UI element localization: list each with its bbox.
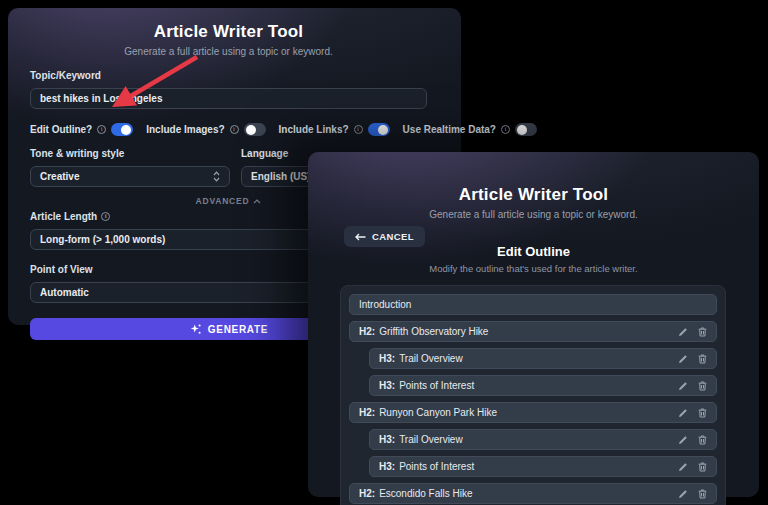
screenshot-stage: Article Writer Tool Generate a full arti…	[0, 0, 768, 505]
page-subtitle: Generate a full article using a topic or…	[308, 209, 759, 220]
topic-keyword-input[interactable]: best hikes in Los Angeles	[30, 88, 427, 109]
heading-level-badge: H3:	[379, 434, 395, 445]
outline-title-value: Introduction	[359, 299, 411, 310]
include-links-toggle[interactable]	[368, 123, 390, 136]
toggle-knob	[378, 125, 388, 135]
outline-list: Introduction H2: Griffith Observatory Hi…	[340, 285, 726, 505]
edit-outline-label: Edit Outline?	[30, 124, 92, 135]
heading-text: Points of Interest	[399, 461, 474, 472]
edit-outline-panel: Article Writer Tool Generate a full arti…	[308, 152, 759, 497]
heading-level-badge: H2:	[359, 407, 375, 418]
edit-outline-toggle[interactable]	[111, 123, 133, 136]
edit-pencil-icon[interactable]	[678, 462, 688, 472]
edit-pencil-icon[interactable]	[678, 435, 688, 445]
back-arrow-icon	[355, 233, 366, 241]
delete-trash-icon[interactable]	[698, 381, 707, 391]
info-icon[interactable]	[230, 125, 239, 134]
toggle-group-edit-outline: Edit Outline?	[30, 123, 133, 136]
topic-keyword-label: Topic/Keyword	[30, 70, 427, 81]
heading-level-badge: H3:	[379, 353, 395, 364]
heading-level-badge: H2:	[359, 326, 375, 337]
info-icon[interactable]	[97, 125, 106, 134]
page-subtitle: Generate a full article using a topic or…	[30, 46, 427, 57]
edit-pencil-icon[interactable]	[678, 408, 688, 418]
cancel-button-label: CANCEL	[372, 231, 414, 242]
generate-button-label: GENERATE	[208, 324, 268, 335]
include-links-label: Include Links?	[279, 124, 349, 135]
edit-outline-description: Modify the outline that's used for the a…	[308, 263, 759, 274]
page-title: Article Writer Tool	[308, 185, 759, 205]
edit-pencil-icon[interactable]	[678, 489, 688, 499]
outline-item-h2[interactable]: H2: Griffith Observatory Hike	[349, 321, 717, 342]
select-chevrons-icon	[213, 171, 220, 182]
article-length-value: Long-form (> 1,000 words)	[40, 234, 165, 245]
delete-trash-icon[interactable]	[698, 489, 707, 499]
delete-trash-icon[interactable]	[698, 435, 707, 445]
info-icon[interactable]	[354, 125, 363, 134]
delete-trash-icon[interactable]	[698, 354, 707, 364]
outline-item-h2[interactable]: H2: Runyon Canyon Park Hike	[349, 402, 717, 423]
heading-level-badge: H2:	[359, 488, 375, 499]
toggle-group-include-links: Include Links?	[279, 123, 390, 136]
delete-trash-icon[interactable]	[698, 408, 707, 418]
outline-title-input[interactable]: Introduction	[349, 294, 717, 315]
include-images-label: Include Images?	[146, 124, 224, 135]
info-icon[interactable]	[501, 125, 510, 134]
heading-text: Points of Interest	[399, 380, 474, 391]
advanced-label: ADVANCED	[196, 196, 250, 206]
heading-level-badge: H3:	[379, 461, 395, 472]
sparkles-icon	[189, 323, 202, 336]
page-title: Article Writer Tool	[30, 22, 427, 42]
heading-text: Trail Overview	[399, 353, 463, 364]
heading-text: Escondido Falls Hike	[379, 488, 472, 499]
heading-text: Griffith Observatory Hike	[379, 326, 488, 337]
heading-text: Trail Overview	[399, 434, 463, 445]
options-toggle-row: Edit Outline? Include Images? Include Li…	[30, 123, 427, 136]
cancel-button[interactable]: CANCEL	[344, 226, 425, 247]
tone-value: Creative	[40, 171, 79, 182]
outline-item-h3[interactable]: H3: Trail Overview	[369, 429, 717, 450]
use-realtime-data-label: Use Realtime Data?	[403, 124, 496, 135]
language-value: English (US)	[251, 171, 310, 182]
toggle-group-include-images: Include Images?	[146, 123, 265, 136]
point-of-view-value: Automatic	[40, 287, 89, 298]
edit-pencil-icon[interactable]	[678, 327, 688, 337]
chevron-up-icon	[253, 199, 261, 204]
outline-item-h3[interactable]: H3: Trail Overview	[369, 348, 717, 369]
outline-item-h3[interactable]: H3: Points of Interest	[369, 456, 717, 477]
heading-level-badge: H3:	[379, 380, 395, 391]
toggle-knob	[246, 125, 256, 135]
toggle-group-realtime-data: Use Realtime Data?	[403, 123, 537, 136]
delete-trash-icon[interactable]	[698, 462, 707, 472]
edit-pencil-icon[interactable]	[678, 381, 688, 391]
outline-item-h2[interactable]: H2: Escondido Falls Hike	[349, 483, 717, 504]
info-icon[interactable]	[101, 212, 110, 221]
tone-label: Tone & writing style	[30, 148, 230, 159]
use-realtime-data-toggle[interactable]	[515, 123, 537, 136]
delete-trash-icon[interactable]	[698, 327, 707, 337]
topic-keyword-value: best hikes in Los Angeles	[40, 93, 162, 104]
heading-text: Runyon Canyon Park Hike	[379, 407, 497, 418]
edit-pencil-icon[interactable]	[678, 354, 688, 364]
outline-item-h3[interactable]: H3: Points of Interest	[369, 375, 717, 396]
toggle-knob	[517, 125, 527, 135]
tone-select[interactable]: Creative	[30, 166, 230, 187]
include-images-toggle[interactable]	[244, 123, 266, 136]
article-length-label-text: Article Length	[30, 211, 97, 222]
toggle-knob	[121, 125, 131, 135]
